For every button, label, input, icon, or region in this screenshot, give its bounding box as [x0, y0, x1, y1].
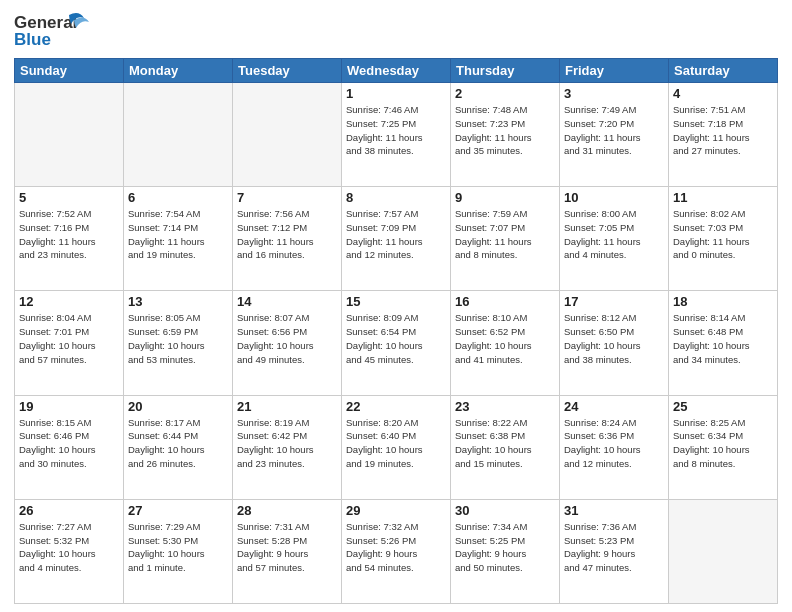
day-info: Sunrise: 7:56 AM Sunset: 7:12 PM Dayligh… — [237, 207, 337, 262]
day-number: 31 — [564, 503, 664, 518]
day-number: 27 — [128, 503, 228, 518]
calendar-day-5: 5Sunrise: 7:52 AM Sunset: 7:16 PM Daylig… — [15, 187, 124, 291]
calendar-week-row: 12Sunrise: 8:04 AM Sunset: 7:01 PM Dayli… — [15, 291, 778, 395]
calendar-day-10: 10Sunrise: 8:00 AM Sunset: 7:05 PM Dayli… — [560, 187, 669, 291]
day-info: Sunrise: 7:34 AM Sunset: 5:25 PM Dayligh… — [455, 520, 555, 575]
day-number: 18 — [673, 294, 773, 309]
day-info: Sunrise: 7:52 AM Sunset: 7:16 PM Dayligh… — [19, 207, 119, 262]
weekday-header-sunday: Sunday — [15, 59, 124, 83]
day-info: Sunrise: 7:59 AM Sunset: 7:07 PM Dayligh… — [455, 207, 555, 262]
calendar-day-2: 2Sunrise: 7:48 AM Sunset: 7:23 PM Daylig… — [451, 83, 560, 187]
calendar-week-row: 1Sunrise: 7:46 AM Sunset: 7:25 PM Daylig… — [15, 83, 778, 187]
day-number: 30 — [455, 503, 555, 518]
day-number: 2 — [455, 86, 555, 101]
weekday-header-thursday: Thursday — [451, 59, 560, 83]
calendar-day-27: 27Sunrise: 7:29 AM Sunset: 5:30 PM Dayli… — [124, 499, 233, 603]
day-number: 1 — [346, 86, 446, 101]
calendar-day-13: 13Sunrise: 8:05 AM Sunset: 6:59 PM Dayli… — [124, 291, 233, 395]
day-info: Sunrise: 8:22 AM Sunset: 6:38 PM Dayligh… — [455, 416, 555, 471]
page-header: GeneralBlue — [14, 10, 778, 50]
calendar-day-1: 1Sunrise: 7:46 AM Sunset: 7:25 PM Daylig… — [342, 83, 451, 187]
day-number: 28 — [237, 503, 337, 518]
day-number: 11 — [673, 190, 773, 205]
calendar-day-4: 4Sunrise: 7:51 AM Sunset: 7:18 PM Daylig… — [669, 83, 778, 187]
logo-svg: GeneralBlue — [14, 10, 94, 50]
day-info: Sunrise: 8:20 AM Sunset: 6:40 PM Dayligh… — [346, 416, 446, 471]
calendar-day-14: 14Sunrise: 8:07 AM Sunset: 6:56 PM Dayli… — [233, 291, 342, 395]
day-info: Sunrise: 8:14 AM Sunset: 6:48 PM Dayligh… — [673, 311, 773, 366]
calendar-day-31: 31Sunrise: 7:36 AM Sunset: 5:23 PM Dayli… — [560, 499, 669, 603]
calendar-empty-cell — [669, 499, 778, 603]
day-number: 15 — [346, 294, 446, 309]
calendar-day-11: 11Sunrise: 8:02 AM Sunset: 7:03 PM Dayli… — [669, 187, 778, 291]
day-number: 5 — [19, 190, 119, 205]
weekday-header-friday: Friday — [560, 59, 669, 83]
day-number: 20 — [128, 399, 228, 414]
calendar-day-28: 28Sunrise: 7:31 AM Sunset: 5:28 PM Dayli… — [233, 499, 342, 603]
day-number: 3 — [564, 86, 664, 101]
calendar-day-12: 12Sunrise: 8:04 AM Sunset: 7:01 PM Dayli… — [15, 291, 124, 395]
calendar-day-23: 23Sunrise: 8:22 AM Sunset: 6:38 PM Dayli… — [451, 395, 560, 499]
day-number: 14 — [237, 294, 337, 309]
calendar-empty-cell — [124, 83, 233, 187]
day-info: Sunrise: 7:32 AM Sunset: 5:26 PM Dayligh… — [346, 520, 446, 575]
day-number: 23 — [455, 399, 555, 414]
calendar-day-29: 29Sunrise: 7:32 AM Sunset: 5:26 PM Dayli… — [342, 499, 451, 603]
weekday-header-tuesday: Tuesday — [233, 59, 342, 83]
day-number: 16 — [455, 294, 555, 309]
day-info: Sunrise: 8:12 AM Sunset: 6:50 PM Dayligh… — [564, 311, 664, 366]
day-number: 9 — [455, 190, 555, 205]
day-info: Sunrise: 7:57 AM Sunset: 7:09 PM Dayligh… — [346, 207, 446, 262]
calendar-week-row: 19Sunrise: 8:15 AM Sunset: 6:46 PM Dayli… — [15, 395, 778, 499]
calendar-day-22: 22Sunrise: 8:20 AM Sunset: 6:40 PM Dayli… — [342, 395, 451, 499]
weekday-header-monday: Monday — [124, 59, 233, 83]
calendar-day-19: 19Sunrise: 8:15 AM Sunset: 6:46 PM Dayli… — [15, 395, 124, 499]
svg-text:Blue: Blue — [14, 30, 51, 49]
calendar-day-16: 16Sunrise: 8:10 AM Sunset: 6:52 PM Dayli… — [451, 291, 560, 395]
calendar-day-6: 6Sunrise: 7:54 AM Sunset: 7:14 PM Daylig… — [124, 187, 233, 291]
calendar-day-21: 21Sunrise: 8:19 AM Sunset: 6:42 PM Dayli… — [233, 395, 342, 499]
day-info: Sunrise: 7:46 AM Sunset: 7:25 PM Dayligh… — [346, 103, 446, 158]
day-info: Sunrise: 8:15 AM Sunset: 6:46 PM Dayligh… — [19, 416, 119, 471]
calendar-empty-cell — [15, 83, 124, 187]
day-number: 24 — [564, 399, 664, 414]
day-number: 21 — [237, 399, 337, 414]
day-info: Sunrise: 7:31 AM Sunset: 5:28 PM Dayligh… — [237, 520, 337, 575]
day-info: Sunrise: 7:36 AM Sunset: 5:23 PM Dayligh… — [564, 520, 664, 575]
calendar-day-24: 24Sunrise: 8:24 AM Sunset: 6:36 PM Dayli… — [560, 395, 669, 499]
day-info: Sunrise: 8:09 AM Sunset: 6:54 PM Dayligh… — [346, 311, 446, 366]
calendar-week-row: 5Sunrise: 7:52 AM Sunset: 7:16 PM Daylig… — [15, 187, 778, 291]
day-number: 12 — [19, 294, 119, 309]
logo: GeneralBlue — [14, 10, 94, 50]
calendar-day-17: 17Sunrise: 8:12 AM Sunset: 6:50 PM Dayli… — [560, 291, 669, 395]
day-number: 29 — [346, 503, 446, 518]
day-info: Sunrise: 8:10 AM Sunset: 6:52 PM Dayligh… — [455, 311, 555, 366]
day-number: 7 — [237, 190, 337, 205]
calendar-day-9: 9Sunrise: 7:59 AM Sunset: 7:07 PM Daylig… — [451, 187, 560, 291]
day-number: 25 — [673, 399, 773, 414]
day-info: Sunrise: 8:24 AM Sunset: 6:36 PM Dayligh… — [564, 416, 664, 471]
day-info: Sunrise: 7:54 AM Sunset: 7:14 PM Dayligh… — [128, 207, 228, 262]
calendar-day-25: 25Sunrise: 8:25 AM Sunset: 6:34 PM Dayli… — [669, 395, 778, 499]
day-info: Sunrise: 7:49 AM Sunset: 7:20 PM Dayligh… — [564, 103, 664, 158]
day-info: Sunrise: 8:17 AM Sunset: 6:44 PM Dayligh… — [128, 416, 228, 471]
day-number: 22 — [346, 399, 446, 414]
day-number: 10 — [564, 190, 664, 205]
day-info: Sunrise: 8:05 AM Sunset: 6:59 PM Dayligh… — [128, 311, 228, 366]
day-info: Sunrise: 8:02 AM Sunset: 7:03 PM Dayligh… — [673, 207, 773, 262]
calendar-day-8: 8Sunrise: 7:57 AM Sunset: 7:09 PM Daylig… — [342, 187, 451, 291]
day-number: 6 — [128, 190, 228, 205]
day-info: Sunrise: 8:19 AM Sunset: 6:42 PM Dayligh… — [237, 416, 337, 471]
day-number: 4 — [673, 86, 773, 101]
weekday-header-saturday: Saturday — [669, 59, 778, 83]
calendar-table: SundayMondayTuesdayWednesdayThursdayFrid… — [14, 58, 778, 604]
day-number: 13 — [128, 294, 228, 309]
calendar-day-26: 26Sunrise: 7:27 AM Sunset: 5:32 PM Dayli… — [15, 499, 124, 603]
calendar-day-15: 15Sunrise: 8:09 AM Sunset: 6:54 PM Dayli… — [342, 291, 451, 395]
calendar-day-7: 7Sunrise: 7:56 AM Sunset: 7:12 PM Daylig… — [233, 187, 342, 291]
calendar-week-row: 26Sunrise: 7:27 AM Sunset: 5:32 PM Dayli… — [15, 499, 778, 603]
day-info: Sunrise: 7:29 AM Sunset: 5:30 PM Dayligh… — [128, 520, 228, 575]
calendar-header-row: SundayMondayTuesdayWednesdayThursdayFrid… — [15, 59, 778, 83]
weekday-header-wednesday: Wednesday — [342, 59, 451, 83]
calendar-day-30: 30Sunrise: 7:34 AM Sunset: 5:25 PM Dayli… — [451, 499, 560, 603]
